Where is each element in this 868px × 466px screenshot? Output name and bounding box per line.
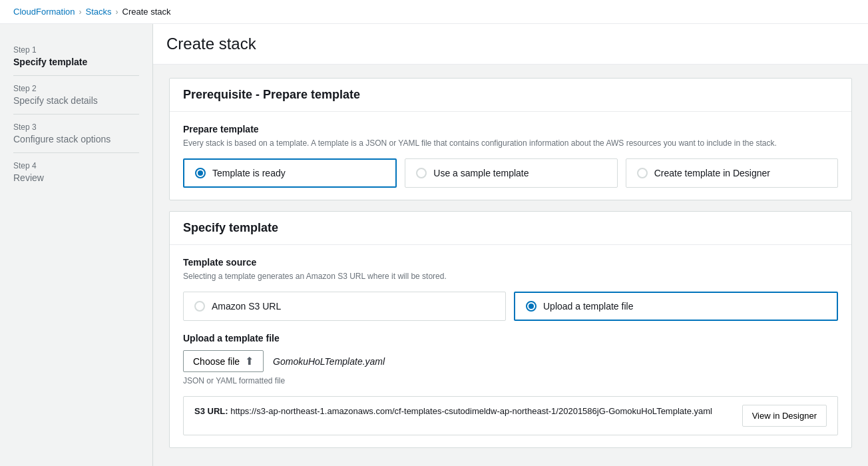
option-sample-template[interactable]: Use a sample template xyxy=(405,158,617,188)
upload-section: Upload a template file Choose file ⬆ Gom… xyxy=(183,333,838,385)
step-3-number: Step 3 xyxy=(13,122,139,132)
step-4-number: Step 4 xyxy=(13,161,139,170)
option-template-ready-label: Template is ready xyxy=(212,168,286,178)
prerequisite-card: Prerequisite - Prepare template Prepare … xyxy=(169,78,852,200)
radio-upload-file xyxy=(526,301,537,312)
upload-row: Choose file ⬆ GomokuHoLTemplate.yaml xyxy=(183,350,838,372)
choose-file-label: Choose file xyxy=(193,356,240,367)
step-3-label: Configure stack options xyxy=(13,134,139,144)
page-title: Create stack xyxy=(153,24,868,65)
radio-sample-template xyxy=(416,168,427,178)
filename-display: GomokuHoLTemplate.yaml xyxy=(273,356,385,367)
option-sample-template-label: Use a sample template xyxy=(433,168,529,178)
radio-s3-url xyxy=(194,301,205,312)
prepare-template-label: Prepare template xyxy=(183,124,838,134)
upload-label: Upload a template file xyxy=(183,333,838,344)
breadcrumb: CloudFormation › Stacks › Create stack xyxy=(0,0,868,24)
sidebar-step-3: Step 3 Configure stack options xyxy=(13,115,139,153)
sidebar-step-4: Step 4 Review xyxy=(13,153,139,191)
step-2-number: Step 2 xyxy=(13,84,139,93)
step-1-number: Step 1 xyxy=(13,45,139,55)
template-source-label: Template source xyxy=(183,257,838,268)
specify-template-title: Specify template xyxy=(183,221,278,234)
specify-template-card: Specify template Template source Selecti… xyxy=(169,211,852,448)
option-designer[interactable]: Create template in Designer xyxy=(626,158,838,188)
prerequisite-body: Prepare template Every stack is based on… xyxy=(170,112,851,200)
step-1-label: Specify template xyxy=(13,57,139,67)
radio-template-ready xyxy=(195,168,206,178)
content-body: Prerequisite - Prepare template Prepare … xyxy=(153,65,868,466)
option-designer-label: Create template in Designer xyxy=(654,168,770,178)
view-designer-button[interactable]: View in Designer xyxy=(742,405,827,427)
source-options-row: Amazon S3 URL Upload a template file xyxy=(183,292,838,321)
breadcrumb-current: Create stack xyxy=(122,7,171,17)
breadcrumb-sep-1: › xyxy=(79,7,82,17)
s3-url-value-text: https://s3-ap-northeast-1.amazonaws.com/… xyxy=(230,406,712,416)
radio-designer xyxy=(637,168,648,178)
s3-url-text: S3 URL: https://s3-ap-northeast-1.amazon… xyxy=(194,405,732,418)
s3-url-row: S3 URL: https://s3-ap-northeast-1.amazon… xyxy=(183,396,838,435)
sidebar-step-1: Step 1 Specify template xyxy=(13,37,139,76)
breadcrumb-cloudformation[interactable]: CloudFormation xyxy=(13,7,75,17)
breadcrumb-stacks[interactable]: Stacks xyxy=(86,7,112,17)
specify-template-body: Template source Selecting a template gen… xyxy=(170,245,851,447)
file-format-hint: JSON or YAML formatted file xyxy=(183,376,838,385)
specify-template-header: Specify template xyxy=(170,212,851,245)
upload-icon: ⬆ xyxy=(245,355,254,367)
option-s3-url[interactable]: Amazon S3 URL xyxy=(183,292,506,321)
breadcrumb-sep-2: › xyxy=(116,7,118,17)
s3-url-label: S3 URL: xyxy=(194,406,228,416)
prepare-template-description: Every stack is based on a template. A te… xyxy=(183,137,838,149)
step-4-label: Review xyxy=(13,172,139,183)
sidebar: Step 1 Specify template Step 2 Specify s… xyxy=(0,24,153,466)
prepare-options-row: Template is ready Use a sample template … xyxy=(183,158,838,188)
template-source-description: Selecting a template generates an Amazon… xyxy=(183,270,838,282)
prerequisite-header: Prerequisite - Prepare template xyxy=(170,79,851,112)
step-2-label: Specify stack details xyxy=(13,95,139,106)
option-s3-url-label: Amazon S3 URL xyxy=(212,301,281,312)
option-upload-file[interactable]: Upload a template file xyxy=(514,292,838,321)
choose-file-button[interactable]: Choose file ⬆ xyxy=(183,350,264,372)
option-template-ready[interactable]: Template is ready xyxy=(183,158,397,188)
option-upload-file-label: Upload a template file xyxy=(543,301,633,312)
prerequisite-title: Prerequisite - Prepare template xyxy=(183,88,360,101)
sidebar-step-2: Step 2 Specify stack details xyxy=(13,76,139,115)
